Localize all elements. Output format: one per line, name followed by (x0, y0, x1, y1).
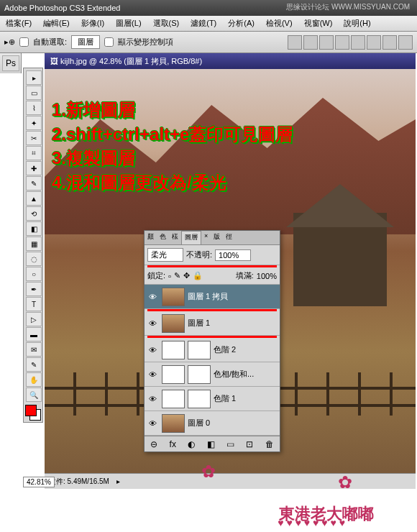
layer-name: 圖層 0 (188, 418, 210, 428)
menu-help[interactable]: 說明(H) (338, 16, 376, 31)
move-tool[interactable]: ▸ (26, 70, 42, 85)
stamp-tool[interactable]: ▲ (26, 191, 42, 206)
menu-filter[interactable]: 濾鏡(T) (185, 16, 222, 31)
layer-row[interactable]: 👁色階 1 (145, 387, 280, 411)
layer-row[interactable]: 👁色相/飽和... (145, 362, 280, 387)
anno-2: 2.shift+ctrl+alt+e蓋印可見圖層 (52, 122, 293, 147)
layer-thumb[interactable] (162, 288, 185, 306)
lasso-tool[interactable]: ⌇ (26, 101, 42, 115)
visibility-icon[interactable]: 👁 (146, 395, 159, 403)
layer-thumb[interactable] (162, 341, 185, 359)
layer-row[interactable]: 👁圖層 1 拷貝 (145, 285, 280, 309)
visibility-icon[interactable]: 👁 (146, 319, 159, 328)
layer-thumb[interactable] (162, 365, 185, 384)
zoom-tool[interactable]: 🔍 (26, 387, 42, 402)
path-tool[interactable]: ▷ (26, 312, 42, 326)
menu-edit[interactable]: 編輯(E) (37, 16, 75, 31)
align-btn[interactable] (382, 35, 397, 50)
wand-tool[interactable]: ✦ (26, 116, 42, 130)
lock-icon[interactable]: 🔒 (193, 271, 203, 280)
layer-row[interactable]: 👁圖層 1 (145, 311, 280, 336)
lock-icon[interactable]: ✎ (174, 271, 180, 280)
hand-tool[interactable]: ✋ (26, 372, 42, 387)
align-btn[interactable] (288, 35, 302, 50)
autoselect-checkbox[interactable] (19, 37, 29, 47)
visibility-icon[interactable]: 👁 (146, 346, 159, 354)
layer-mask-thumb[interactable] (188, 390, 211, 408)
crop-tool[interactable]: ✂ (26, 131, 42, 145)
layer-mask-thumb[interactable] (188, 341, 211, 359)
link-icon[interactable]: ⊖ (150, 439, 157, 449)
align-btn[interactable] (319, 35, 334, 50)
tab[interactable]: 色 (157, 231, 169, 244)
new-icon[interactable]: ⊡ (246, 439, 253, 449)
document-tab[interactable]: 🖼 kijlh.jpg @ 42.8% (圖層 1 拷貝, RGB/8#) (45, 53, 416, 69)
eyedropper-tool[interactable]: ✎ (26, 357, 42, 372)
status-arrow[interactable]: ▸ (116, 477, 120, 485)
blend-mode-select[interactable]: 柔光 (147, 248, 183, 262)
fill-input[interactable]: 100% (257, 272, 277, 280)
toolbox: ▸ ▭ ⌇ ✦ ✂ ⌗ ✚ ✎ ▲ ⟲ ◧ ▦ ◌ ○ ✒ T ▷ ▬ ✉ ✎ … (23, 68, 43, 423)
tab[interactable]: 版 (211, 231, 223, 244)
align-btn[interactable] (351, 35, 365, 50)
tab[interactable]: 樣 (169, 231, 181, 244)
tab-layers[interactable]: 圖層 (181, 231, 201, 244)
menu-image[interactable]: 影像(I) (75, 16, 110, 31)
tab[interactable]: 徑 (223, 231, 235, 244)
lock-icon[interactable]: ▫ (168, 272, 171, 280)
opacity-input[interactable]: 100% (215, 249, 251, 261)
autoselect-target[interactable]: 圖層 (71, 35, 100, 49)
layer-thumb[interactable] (162, 414, 185, 433)
menu-window[interactable]: 視窗(W) (298, 16, 339, 31)
history-brush-tool[interactable]: ⟲ (26, 206, 42, 221)
align-btn[interactable] (367, 35, 381, 50)
eraser-tool[interactable]: ◧ (26, 221, 42, 236)
gradient-tool[interactable]: ▦ (26, 237, 42, 251)
visibility-icon[interactable]: 👁 (146, 419, 159, 428)
menu-analysis[interactable]: 分析(A) (222, 16, 260, 31)
fx-icon[interactable]: fx (170, 439, 176, 449)
type-tool[interactable]: T (26, 297, 42, 311)
tab[interactable]: × (201, 231, 211, 244)
color-swatch[interactable] (25, 405, 41, 421)
options-bar: ▸⊕ 自動選取: 圖層 顯示變形控制項 (0, 32, 417, 53)
opacity-label: 不透明: (186, 249, 212, 260)
lock-row: 鎖定: ▫✎✥🔒 填滿: 100% (145, 267, 280, 285)
status-bar: 文件: 5.49M/16.5M ▸ (45, 473, 416, 489)
layer-thumb[interactable] (162, 314, 185, 333)
align-btn[interactable] (398, 35, 413, 50)
doc-icon: 🖼 (50, 57, 58, 65)
visibility-icon[interactable]: 👁 (146, 370, 159, 379)
align-btn[interactable] (303, 35, 318, 50)
layer-row[interactable]: 👁色階 2 (145, 338, 280, 362)
adj-icon[interactable]: ◧ (207, 439, 215, 449)
menu-layer[interactable]: 圖層(L) (110, 16, 147, 31)
blur-tool[interactable]: ◌ (26, 252, 42, 266)
zoom-display[interactable]: 42.81% (23, 477, 55, 487)
flower-icon: ✿ (201, 462, 216, 482)
trash-icon[interactable]: 🗑 (265, 439, 274, 449)
layer-thumb[interactable] (162, 390, 185, 408)
lock-icon[interactable]: ✥ (183, 271, 190, 280)
showtransform-checkbox[interactable] (104, 37, 114, 47)
layer-mask-thumb[interactable] (188, 365, 211, 384)
tab[interactable]: 顏 (145, 231, 157, 244)
marquee-tool[interactable]: ▭ (26, 86, 42, 100)
shape-tool[interactable]: ▬ (26, 327, 42, 341)
brush-tool[interactable]: ✎ (26, 176, 42, 191)
layer-row[interactable]: 👁圖層 0 (145, 411, 280, 436)
group-icon[interactable]: ▭ (226, 439, 234, 449)
notes-tool[interactable]: ✉ (26, 342, 42, 357)
slice-tool[interactable]: ⌗ (26, 146, 42, 160)
menu-select[interactable]: 選取(S) (147, 16, 185, 31)
mask-icon[interactable]: ◐ (188, 439, 195, 449)
heal-tool[interactable]: ✚ (26, 161, 42, 175)
visibility-icon[interactable]: 👁 (146, 293, 159, 301)
dodge-tool[interactable]: ○ (26, 267, 42, 281)
tutorial-annotations: 1.新增圖層 2.shift+ctrl+alt+e蓋印可見圖層 3.複製圖層 4… (52, 98, 293, 194)
menu-view[interactable]: 檢視(V) (260, 16, 298, 31)
pen-tool[interactable]: ✒ (26, 282, 42, 296)
align-btn[interactable] (335, 35, 349, 50)
ps-icon[interactable]: Ps (2, 55, 19, 71)
menu-file[interactable]: 檔案(F) (0, 16, 37, 31)
